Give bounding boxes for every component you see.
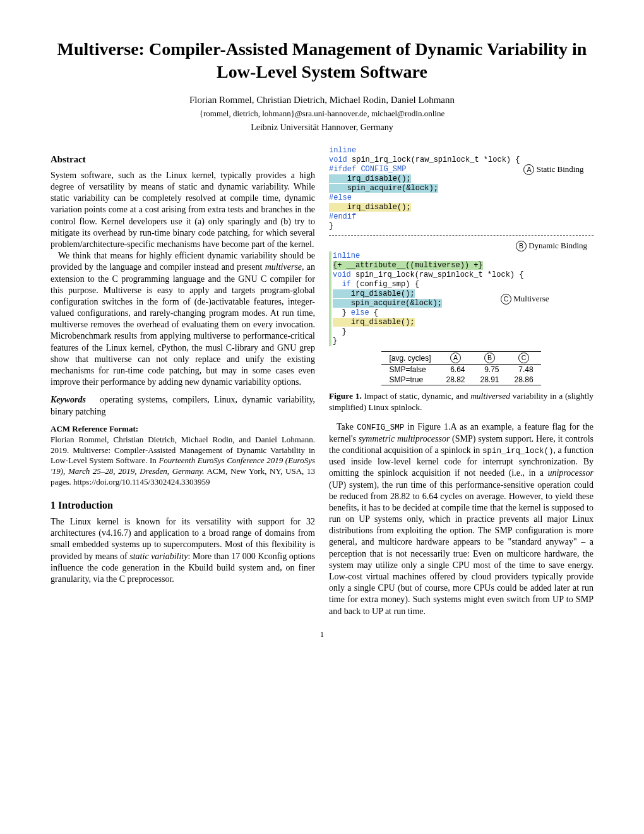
- code-line: }: [329, 222, 593, 231]
- circle-b-icon: B: [516, 241, 527, 251]
- keywords-label: Keywords: [51, 395, 86, 404]
- label-c-text: Multiverse: [513, 294, 549, 303]
- table-cell: 7.48: [507, 365, 541, 375]
- code-highlight-blue: irq_disable();: [329, 174, 411, 183]
- label-a-text: Static Binding: [537, 164, 584, 174]
- table-cell: 6.64: [438, 365, 472, 375]
- code-highlight-blue: spin_acquire(&lock);: [333, 299, 442, 308]
- code-keyword: inline: [329, 146, 356, 155]
- table-cell: 28.91: [473, 375, 507, 385]
- circle-a-icon: A: [450, 353, 461, 363]
- code-line: }: [333, 337, 593, 346]
- table-header-row: [avg. cycles] A B C: [381, 352, 540, 365]
- ref-format-text: Florian Rommel, Christian Dietrich, Mich…: [51, 435, 315, 488]
- figure-divider: [329, 235, 593, 236]
- code-highlight-blue: spin_acquire(&lock);: [329, 184, 438, 193]
- table-cell: SMP=false: [381, 365, 438, 375]
- code-highlight-yellow: irq_disable();: [329, 203, 411, 212]
- figure-caption-label: Figure 1.: [329, 391, 362, 401]
- table-cell: SMP=true: [381, 375, 438, 385]
- code-highlight-green: {+ __attribute__((multiverse)) +}: [333, 261, 483, 270]
- label-static-binding: A Static Binding: [520, 164, 593, 175]
- table-header-avg: [avg. cycles]: [381, 352, 438, 365]
- paper-authors: Florian Rommel, Christian Dietrich, Mich…: [51, 94, 593, 107]
- ref-format-heading: ACM Reference Format:: [51, 424, 315, 435]
- label-multiverse: C Multiverse: [497, 294, 593, 305]
- paper-title: Multiverse: Compiler-Assisted Management…: [51, 38, 593, 84]
- label-b-text: Dynamic Binding: [528, 241, 587, 250]
- abstract-paragraph-2: We think that means for highly efficient…: [51, 250, 315, 388]
- column-2-paragraph-1: Take CONFIG_SMP in Figure 1.A as an exam…: [329, 421, 593, 617]
- table-row: SMP=true 28.82 28.91 28.86: [381, 375, 540, 385]
- circle-c-icon: C: [518, 353, 529, 363]
- bracket-icon: [329, 251, 331, 346]
- inline-code: spin_irq_lock(): [482, 447, 554, 456]
- abstract-heading: Abstract: [51, 154, 315, 166]
- code-preproc: #else: [329, 193, 352, 202]
- page-number: 1: [51, 630, 593, 640]
- code-line: }: [333, 327, 593, 337]
- abstract-paragraph-1: System software, such as the Linux kerne…: [51, 170, 315, 250]
- figure-1-caption: Figure 1. Impact of static, dynamic, and…: [329, 390, 593, 413]
- code-preproc: #ifdef CONFIG_SMP: [329, 165, 406, 174]
- code-highlight-yellow: irq_disable();: [333, 318, 415, 327]
- circle-a-icon: A: [523, 164, 534, 175]
- table-cell: 9.75: [473, 365, 507, 375]
- paper-affiliation: Leibniz Universität Hannover, Germany: [51, 122, 593, 133]
- label-dynamic-binding: B Dynamic Binding: [329, 241, 593, 251]
- text-span: Take: [337, 422, 357, 432]
- circle-b-icon: B: [484, 353, 495, 363]
- table-cell: 28.82: [438, 375, 472, 385]
- code-highlight-blue: irq_disable();: [333, 289, 415, 298]
- table-row: SMP=false 6.64 9.75 7.48: [381, 365, 540, 375]
- code-keyword: inline: [333, 251, 360, 260]
- table-cell: 28.86: [507, 375, 541, 385]
- right-column: inline void spin_irq_lock(raw_spinlock_t…: [329, 146, 593, 617]
- introduction-paragraph-1: The Linux kernel is known for its versat…: [51, 516, 315, 585]
- left-column: Abstract System software, such as the Li…: [51, 146, 315, 617]
- keywords-text: operating systems, compilers, Linux, dyn…: [51, 395, 315, 416]
- benchmark-table: [avg. cycles] A B C SMP=false 6.64 9.75 …: [381, 351, 540, 385]
- inline-code: CONFIG_SMP: [357, 423, 404, 432]
- keywords-block: Keywords operating systems, compilers, L…: [51, 394, 315, 417]
- two-column-layout: Abstract System software, such as the Li…: [51, 146, 593, 617]
- circle-c-icon: C: [501, 294, 511, 305]
- paper-emails: {rommel, dietrich, lohmann}@sra.uni-hann…: [51, 109, 593, 119]
- introduction-heading: 1 Introduction: [51, 499, 315, 512]
- figure-1: inline void spin_irq_lock(raw_spinlock_t…: [329, 146, 593, 385]
- code-preproc: #endif: [329, 212, 356, 221]
